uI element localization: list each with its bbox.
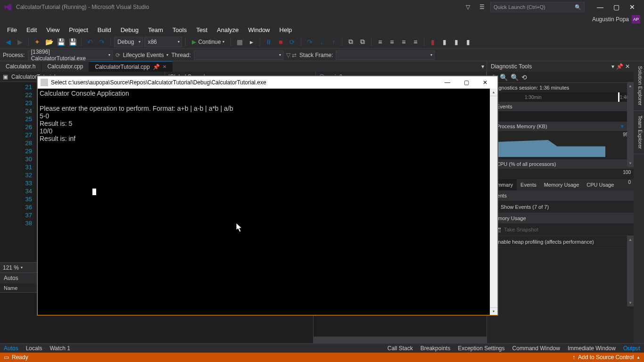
- toolbar-icon-2[interactable]: ▸: [246, 37, 256, 47]
- toolbar-icon-1[interactable]: ▦: [234, 37, 245, 47]
- rail-solution-explorer[interactable]: Solution Explorer: [634, 61, 644, 111]
- tab-overflow-icon[interactable]: ▾: [479, 61, 487, 72]
- toolbar-icon-7[interactable]: ≡: [398, 37, 409, 47]
- save-icon[interactable]: 💾: [56, 37, 66, 47]
- quick-launch-input[interactable]: Quick Launch (Ctrl+Q) 🔍: [490, 2, 585, 12]
- btab-autos[interactable]: Autos: [0, 344, 22, 353]
- menu-view[interactable]: View: [42, 25, 64, 34]
- cpu-section-header[interactable]: ◢CPU (% of all processors): [487, 159, 634, 169]
- step-out-icon[interactable]: ↑: [328, 37, 339, 47]
- publish-icon[interactable]: ↑: [572, 354, 575, 361]
- memory-chart[interactable]: 955 0: [487, 131, 634, 159]
- redo-icon[interactable]: ↷: [97, 37, 107, 47]
- menu-project[interactable]: Project: [65, 25, 92, 34]
- thread-dropdown[interactable]: [194, 50, 283, 60]
- toolbar-icon-5[interactable]: ≡: [375, 37, 385, 47]
- memory-section-header[interactable]: ◢Process Memory (KB) ▼●: [487, 122, 634, 131]
- cpu-chart[interactable]: 100 0: [487, 169, 634, 179]
- open-icon[interactable]: 📂: [44, 37, 54, 47]
- menu-team[interactable]: Team: [144, 25, 167, 34]
- diag-pin-icon[interactable]: 📌: [616, 63, 623, 70]
- console-maximize-button[interactable]: ▢: [457, 77, 476, 88]
- diag-timeline[interactable]: 1:30min 1:40: [487, 92, 634, 102]
- console-output[interactable]: Calculator Console Application Please en…: [38, 89, 497, 315]
- zoom-out-icon[interactable]: 🔍: [511, 74, 519, 81]
- tab-calculator-cpp[interactable]: Calculator.cpp: [41, 61, 89, 72]
- menu-window[interactable]: Window: [244, 25, 274, 34]
- toolbar-icon-8[interactable]: ≡: [410, 37, 421, 47]
- rail-team-explorer[interactable]: Team Explorer: [634, 111, 644, 154]
- notifications-icon[interactable]: ▽: [462, 1, 473, 13]
- diag-dropdown-icon[interactable]: ▾: [611, 63, 614, 70]
- timeline-cursor[interactable]: [618, 92, 619, 102]
- btab-locals[interactable]: Locals: [22, 344, 46, 353]
- zoom-value[interactable]: 121 %: [3, 264, 19, 271]
- btab-command[interactable]: Command Window: [509, 344, 564, 353]
- tab-calculator-h[interactable]: Calculator.h: [0, 61, 41, 72]
- config-dropdown[interactable]: Debug: [114, 37, 143, 47]
- btab-callstack[interactable]: Call Stack: [384, 344, 417, 353]
- maximize-button[interactable]: ▢: [608, 1, 624, 13]
- source-control-button[interactable]: Add to Source Control: [578, 354, 634, 361]
- toolbar-icon-3[interactable]: ⧉: [346, 37, 356, 47]
- continue-button[interactable]: ▶ Continue ▾: [189, 39, 227, 45]
- bookmark-icon[interactable]: ▮: [428, 37, 438, 47]
- menu-help[interactable]: Help: [275, 25, 297, 34]
- zoom-in-icon[interactable]: 🔍: [500, 74, 508, 81]
- events-section-header[interactable]: ◢Events: [487, 102, 634, 111]
- btab-immediate[interactable]: Immediate Window: [564, 344, 619, 353]
- feedback-icon[interactable]: ☰: [476, 1, 487, 13]
- restart-icon[interactable]: ⟳: [287, 37, 297, 47]
- console-scrollbar[interactable]: ▴ ▾: [490, 89, 497, 315]
- diag-scrollbar-1[interactable]: ▲▼: [627, 82, 634, 167]
- toolbar-icon-10[interactable]: ▮: [451, 37, 462, 47]
- btab-breakpoints[interactable]: Breakpoints: [417, 344, 454, 353]
- close-tab-icon[interactable]: ✕: [163, 64, 166, 69]
- tab-calculatortutorial-cpp[interactable]: CalculatorTutorial.cpp 📌 ✕: [89, 61, 172, 72]
- stackframe-dropdown[interactable]: [336, 50, 435, 60]
- diag-scrollbar-2[interactable]: ▲▼: [627, 236, 634, 306]
- close-button[interactable]: ✕: [624, 1, 640, 13]
- user-name[interactable]: Augustin Popa: [592, 16, 629, 23]
- toolbar-icon-11[interactable]: ▮: [463, 37, 473, 47]
- new-project-icon[interactable]: ✦: [32, 37, 42, 47]
- menu-file[interactable]: File: [3, 25, 21, 34]
- menu-analyze[interactable]: Analyze: [213, 25, 243, 34]
- menu-build[interactable]: Build: [93, 25, 116, 34]
- toolbar-icon-6[interactable]: ≡: [387, 37, 397, 47]
- undo-icon[interactable]: ↶: [85, 37, 95, 47]
- menu-debug[interactable]: Debug: [116, 25, 143, 34]
- process-dropdown[interactable]: [13896] CalculatorTutorial.exe: [28, 50, 113, 60]
- output-scrollbar[interactable]: [314, 337, 487, 343]
- toolbar-icon-9[interactable]: ▮: [439, 37, 450, 47]
- diag-tab-events[interactable]: Events: [517, 179, 540, 190]
- pause-icon[interactable]: ⏸: [264, 37, 274, 47]
- btab-exception[interactable]: Exception Settings: [454, 344, 508, 353]
- console-window[interactable]: Select c:\users\aupopa\Source\Repos\Calc…: [37, 76, 498, 315]
- forward-icon[interactable]: ▶: [15, 37, 25, 47]
- menu-edit[interactable]: Edit: [22, 25, 41, 34]
- minimize-button[interactable]: ―: [592, 1, 608, 13]
- menu-tools[interactable]: Tools: [168, 25, 191, 34]
- reset-icon[interactable]: ⟲: [521, 74, 527, 81]
- back-icon[interactable]: ◀: [3, 37, 13, 47]
- diag-heap-profiling[interactable]: Enable heap profiling (affects performan…: [487, 236, 634, 248]
- diag-tab-memory[interactable]: Memory Usage: [540, 179, 583, 190]
- console-close-button[interactable]: ✕: [476, 77, 495, 88]
- toolbar-icon-4[interactable]: ⧉: [357, 37, 368, 47]
- btab-watch1[interactable]: Watch 1: [46, 344, 74, 353]
- user-avatar[interactable]: AP: [632, 15, 640, 24]
- diag-show-events[interactable]: ⟐Show Events (7 of 7): [487, 201, 634, 213]
- platform-dropdown[interactable]: x86: [144, 37, 182, 47]
- pin-icon[interactable]: 📌: [153, 64, 160, 70]
- console-minimize-button[interactable]: ―: [438, 77, 457, 88]
- step-into-icon[interactable]: ↓: [316, 37, 327, 47]
- menu-test[interactable]: Test: [192, 25, 212, 34]
- console-titlebar[interactable]: Select c:\users\aupopa\Source\Repos\Calc…: [38, 76, 497, 89]
- btab-output[interactable]: Output: [619, 344, 644, 353]
- stop-icon[interactable]: ■: [275, 37, 286, 47]
- save-all-icon[interactable]: 💾: [67, 37, 78, 47]
- diag-tab-cpu[interactable]: CPU Usage: [583, 179, 618, 190]
- step-over-icon[interactable]: ↷: [305, 37, 315, 47]
- diag-take-snapshot[interactable]: 📷Take Snapshot: [487, 223, 634, 236]
